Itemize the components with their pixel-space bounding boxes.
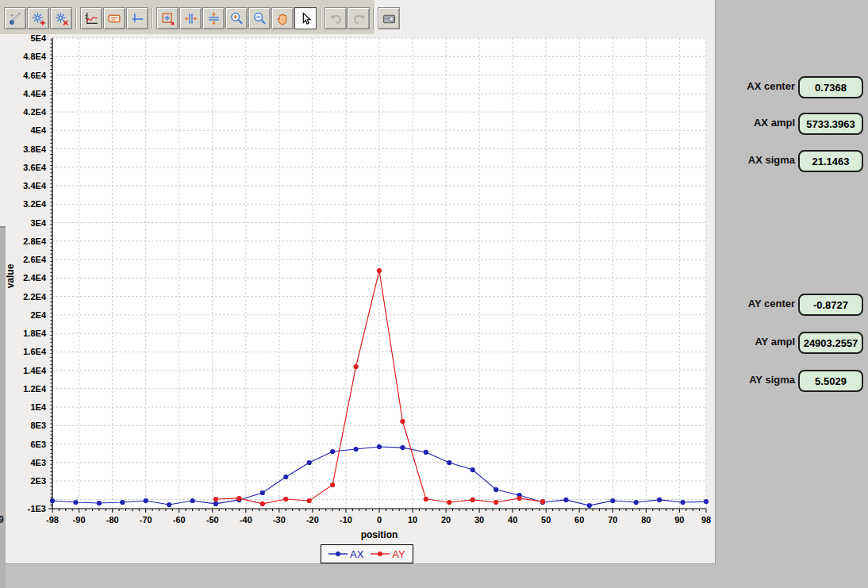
toolbar-separator xyxy=(152,8,153,29)
zoom-out-button[interactable] xyxy=(248,7,271,29)
zoom-region-icon xyxy=(160,11,175,26)
delete-point-button[interactable] xyxy=(50,7,72,29)
pan-icon xyxy=(275,11,290,26)
y-tick-label: 1.6E4 xyxy=(23,347,47,356)
data-point-marker[interactable] xyxy=(540,499,545,504)
data-point-marker[interactable] xyxy=(563,498,568,502)
data-point-marker[interactable] xyxy=(307,498,312,503)
ax-center-label: AX center xyxy=(684,76,795,97)
x-tick-label: 98 xyxy=(701,515,711,525)
y-tick-label: 3.8E4 xyxy=(23,144,47,154)
data-point-marker[interactable] xyxy=(680,500,685,505)
data-point-marker[interactable] xyxy=(330,482,335,487)
data-point-marker[interactable] xyxy=(50,498,55,503)
x-tick-label: -40 xyxy=(240,515,252,525)
data-point-marker[interactable] xyxy=(470,467,475,472)
toolbar-separator xyxy=(75,8,77,29)
pointer-button[interactable] xyxy=(294,7,317,29)
data-point-marker[interactable] xyxy=(190,498,194,503)
snapshot-icon xyxy=(382,11,397,26)
expand-horizontal-button[interactable] xyxy=(179,7,202,29)
y-tick-label: 2.4E4 xyxy=(23,273,47,282)
axis-icon xyxy=(130,11,145,26)
ay-sigma-label: AY sigma xyxy=(684,370,795,390)
data-point-marker[interactable] xyxy=(494,500,498,505)
y-tick-labels: 5E44.8E44.6E44.4E44.2E44E43.8E43.6E43.4E… xyxy=(23,33,47,513)
x-tick-label: -70 xyxy=(140,515,152,525)
data-point-marker[interactable] xyxy=(494,487,498,492)
ay-sigma-field[interactable]: 5.5029 xyxy=(798,370,863,392)
data-point-marker[interactable] xyxy=(236,496,241,501)
data-point-marker[interactable] xyxy=(213,497,218,502)
data-point-marker[interactable] xyxy=(634,500,639,505)
curve-style-button[interactable] xyxy=(80,7,102,29)
data-point-marker[interactable] xyxy=(353,447,358,452)
data-point-marker[interactable] xyxy=(73,500,78,505)
data-point-marker[interactable] xyxy=(587,503,592,508)
y-tick-label: 4.4E4 xyxy=(23,89,47,98)
ax-center-field[interactable]: 0.7368 xyxy=(798,76,863,98)
data-point-marker[interactable] xyxy=(447,500,451,505)
data-point-marker[interactable] xyxy=(283,497,288,502)
data-point-marker[interactable] xyxy=(260,502,265,506)
ay-center-field[interactable]: -0.8727 xyxy=(798,294,863,316)
chart-panel: -98-90-80-70-60-50-40-30-20-100102030405… xyxy=(0,0,716,564)
y-tick-label: 6E3 xyxy=(30,440,46,449)
data-point-marker[interactable] xyxy=(424,497,428,502)
x-axis-title: position xyxy=(361,529,398,540)
data-point-marker[interactable] xyxy=(400,445,405,450)
y-tick-label: 2.8E4 xyxy=(23,236,47,246)
data-point-marker[interactable] xyxy=(144,498,148,503)
x-tick-label: 20 xyxy=(441,515,451,525)
ax-sigma-field[interactable]: 21.1463 xyxy=(798,150,863,172)
data-point-marker[interactable] xyxy=(167,502,171,507)
toolbar xyxy=(4,7,401,29)
legend-label-AX: AX xyxy=(350,548,363,560)
expand-vertical-button[interactable] xyxy=(202,7,225,29)
y-tick-label: 2E4 xyxy=(30,310,46,320)
data-point-marker[interactable] xyxy=(657,498,662,502)
y-tick-label: 8E3 xyxy=(30,421,46,430)
data-point-marker[interactable] xyxy=(260,490,265,495)
data-point-marker[interactable] xyxy=(120,500,125,505)
pan-button[interactable] xyxy=(271,7,294,29)
zoom-out-icon xyxy=(252,11,267,26)
data-point-marker[interactable] xyxy=(330,449,335,454)
data-point-marker[interactable] xyxy=(447,460,451,465)
x-tick-label: -90 xyxy=(73,515,86,525)
data-point-marker[interactable] xyxy=(610,498,615,503)
y-tick-label: 3.4E4 xyxy=(23,181,47,190)
x-tick-labels: -98-90-80-70-60-50-40-30-20-100102030405… xyxy=(46,515,711,525)
y-tick-label: 2.2E4 xyxy=(23,292,47,302)
data-point-marker[interactable] xyxy=(213,502,218,506)
data-point-marker[interactable] xyxy=(377,444,382,449)
data-point-marker[interactable] xyxy=(377,268,382,273)
undo-button xyxy=(325,7,347,29)
add-point-icon xyxy=(31,11,46,26)
data-point-marker[interactable] xyxy=(470,498,475,502)
data-point-marker[interactable] xyxy=(353,364,358,369)
data-point-marker[interactable] xyxy=(517,496,521,501)
axis-button[interactable] xyxy=(126,7,148,29)
data-point-marker[interactable] xyxy=(97,501,102,505)
expand-vertical-icon xyxy=(206,11,221,26)
label-button[interactable] xyxy=(103,7,125,29)
data-point-marker[interactable] xyxy=(307,460,312,465)
data-point-marker[interactable] xyxy=(283,475,288,479)
x-tick-label: 60 xyxy=(574,515,584,525)
chart[interactable]: -98-90-80-70-60-50-40-30-20-100102030405… xyxy=(0,0,715,563)
zoom-in-button[interactable] xyxy=(225,7,248,29)
add-point-button[interactable] xyxy=(27,7,49,29)
zoom-region-button[interactable] xyxy=(156,7,179,29)
data-point-marker[interactable] xyxy=(424,450,428,455)
snapshot-button[interactable] xyxy=(378,7,400,29)
data-point-marker[interactable] xyxy=(400,419,405,424)
redo-icon xyxy=(351,11,367,26)
ay-ampl-field[interactable]: 24903.2557 xyxy=(798,332,863,354)
tools-button[interactable] xyxy=(4,7,26,29)
data-point-marker[interactable] xyxy=(704,499,709,504)
curve-style-icon xyxy=(84,11,99,26)
y-tick-label: 4.8E4 xyxy=(23,52,47,61)
delete-point-icon xyxy=(54,11,69,26)
ax-ampl-field[interactable]: 5733.3963 xyxy=(798,113,863,135)
